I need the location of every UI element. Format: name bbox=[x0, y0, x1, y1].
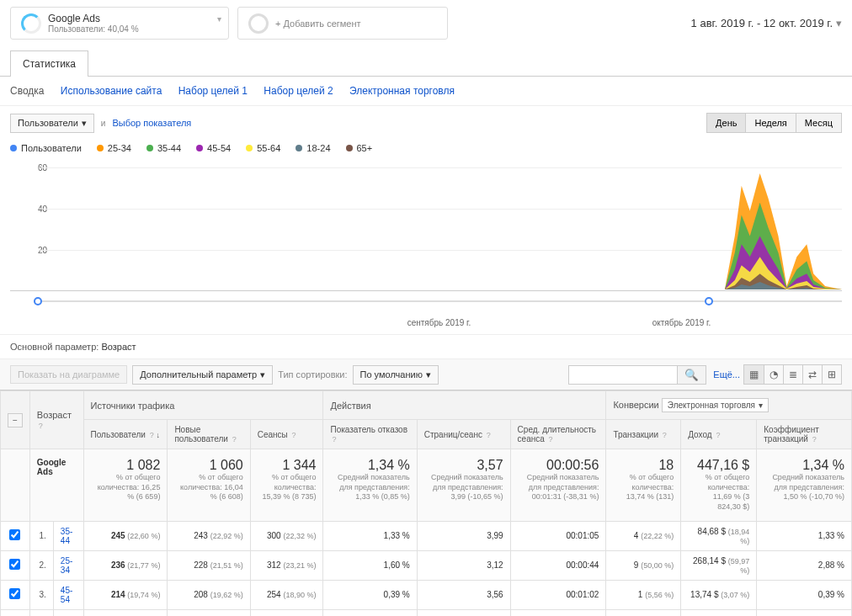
age-link[interactable]: 35-44 bbox=[53, 521, 83, 550]
table-row: 1.35-44245 (22,60 %)243 (22,92 %)300 (22… bbox=[1, 521, 852, 550]
segment-subtitle: Пользователи: 40,04 % bbox=[48, 24, 139, 34]
table-row: 4.55-64209 (19,28 %)206 (19,43 %)258 (19… bbox=[1, 609, 852, 616]
date-range-picker[interactable]: 1 авг. 2019 г. - 12 окт. 2019 г. ▾ bbox=[691, 17, 842, 29]
dot-icon bbox=[97, 145, 104, 151]
slider-handle-right[interactable] bbox=[705, 297, 713, 305]
legend-item[interactable]: 55-64 bbox=[246, 143, 280, 153]
dot-icon bbox=[346, 145, 353, 151]
view-mode-icons: ▦ ◔ ≣ ⇄ ⊞ bbox=[743, 364, 842, 385]
conversion-type-dropdown[interactable]: Электронная торговля ▾ bbox=[662, 398, 769, 412]
pivot-view-icon[interactable]: ⊞ bbox=[823, 365, 841, 384]
legend-item[interactable]: 45-54 bbox=[196, 143, 231, 153]
segment-donut-icon bbox=[21, 13, 41, 34]
legend-item[interactable]: 25-34 bbox=[97, 143, 131, 153]
collapse-all-button[interactable]: − bbox=[8, 413, 23, 427]
sort-arrow-icon: ↓ bbox=[156, 431, 160, 439]
col-pages[interactable]: Страниц/сеанс ? bbox=[417, 420, 510, 449]
col-users[interactable]: Пользователи ? ↓ bbox=[83, 420, 168, 449]
time-granularity-toggle: День Неделя Месяц bbox=[707, 113, 842, 133]
dot-icon bbox=[296, 145, 302, 151]
col-bounce[interactable]: Показатель отказов ? bbox=[323, 420, 417, 449]
subnav-goals-2[interactable]: Набор целей 2 bbox=[264, 85, 333, 97]
show-on-chart-button: Показать на диаграмме bbox=[10, 365, 127, 384]
toggle-month[interactable]: Месяц bbox=[796, 113, 842, 133]
dot-icon bbox=[10, 145, 17, 151]
search-input[interactable] bbox=[568, 365, 678, 385]
primary-metric-dropdown[interactable]: Пользователи ▾ bbox=[10, 114, 94, 133]
col-revenue[interactable]: Доход ? bbox=[681, 420, 757, 449]
subnav: Сводка Использование сайта Набор целей 1… bbox=[0, 77, 852, 106]
legend-item[interactable]: 18-24 bbox=[296, 143, 330, 153]
row-checkbox[interactable] bbox=[9, 529, 20, 540]
date-range-label: 1 авг. 2019 г. - 12 окт. 2019 г. bbox=[691, 17, 833, 29]
secondary-dimension-dropdown[interactable]: Дополнительный параметр▾ bbox=[132, 365, 273, 385]
summary-row: Google Ads 1 082% от общего количества: … bbox=[1, 449, 852, 522]
segment-google-ads[interactable]: Google Ads Пользователи: 40,04 % ▾ bbox=[10, 7, 229, 40]
age-link[interactable]: 25-34 bbox=[53, 550, 83, 580]
table-view-icon[interactable]: ▦ bbox=[744, 365, 764, 384]
col-sessions[interactable]: Сеансы ? bbox=[250, 420, 323, 449]
age-link[interactable]: 55-64 bbox=[53, 609, 83, 616]
x-label: октябрь 2019 г. bbox=[652, 318, 711, 327]
subnav-ecommerce[interactable]: Электронная торговля bbox=[349, 85, 455, 97]
choose-metric-link[interactable]: Выбор показателя bbox=[112, 118, 191, 128]
chevron-down-icon: ▾ bbox=[217, 14, 221, 24]
subnav-site-usage[interactable]: Использование сайта bbox=[61, 85, 162, 97]
more-link[interactable]: Ещё... bbox=[713, 369, 740, 380]
legend-item[interactable]: Пользователи bbox=[10, 143, 82, 153]
search-box: 🔍 bbox=[568, 365, 706, 385]
empty-circle-icon bbox=[248, 13, 269, 34]
dot-icon bbox=[246, 145, 253, 151]
bar-view-icon[interactable]: ≣ bbox=[784, 365, 803, 384]
data-table: − Возраст ? Источники трафика Действия К… bbox=[0, 390, 852, 616]
tab-statistics[interactable]: Статистика bbox=[10, 50, 88, 77]
subnav-goals-1[interactable]: Набор целей 1 bbox=[178, 85, 248, 97]
pie-view-icon[interactable]: ◔ bbox=[764, 365, 784, 384]
row-index: 3. bbox=[29, 580, 53, 609]
chart-svg bbox=[39, 157, 842, 290]
row-index: 2. bbox=[29, 550, 53, 580]
row-checkbox[interactable] bbox=[9, 588, 20, 599]
slider-handle-left[interactable] bbox=[34, 297, 42, 305]
col-age[interactable]: Возраст bbox=[37, 410, 72, 420]
summary-segment-label: Google Ads bbox=[37, 458, 66, 476]
chart-legend: Пользователи 25-34 35-44 45-54 55-64 18-… bbox=[0, 140, 852, 157]
comparison-view-icon[interactable]: ⇄ bbox=[803, 365, 823, 384]
sort-type-label: Тип сортировки: bbox=[278, 369, 347, 380]
sort-type-dropdown[interactable]: По умолчанию▾ bbox=[353, 365, 439, 385]
chart-range-slider[interactable] bbox=[34, 295, 842, 308]
chevron-down-icon: ▾ bbox=[836, 17, 842, 29]
row-index: 1. bbox=[29, 521, 53, 550]
x-label: сентябрь 2019 г. bbox=[407, 318, 471, 327]
col-new-users[interactable]: Новые пользователи ? bbox=[168, 420, 250, 449]
age-link[interactable]: 45-54 bbox=[53, 580, 83, 609]
help-icon[interactable]: ? bbox=[39, 422, 43, 430]
primary-dimension-value: Возраст bbox=[101, 342, 136, 352]
segment-title: Google Ads bbox=[48, 13, 139, 24]
table-row: 3.45-54214 (19,74 %)208 (19,62 %)254 (18… bbox=[1, 580, 852, 609]
legend-item[interactable]: 65+ bbox=[346, 143, 373, 153]
search-button[interactable]: 🔍 bbox=[678, 365, 706, 385]
group-traffic: Источники трафика bbox=[83, 391, 323, 420]
primary-dimension-label: Основной параметр: bbox=[10, 342, 99, 352]
col-transactions[interactable]: Транзакции ? bbox=[606, 420, 681, 449]
chevron-down-icon: ▾ bbox=[426, 369, 431, 380]
toggle-week[interactable]: Неделя bbox=[745, 113, 796, 133]
table-row: 2.25-34236 (21,77 %)228 (21,51 %)312 (23… bbox=[1, 550, 852, 580]
row-checkbox[interactable] bbox=[9, 559, 20, 570]
add-segment-label: + Добавить сегмент bbox=[275, 19, 361, 29]
row-index: 4. bbox=[29, 609, 53, 616]
add-segment-button[interactable]: + Добавить сегмент bbox=[237, 7, 448, 40]
chevron-down-icon: ▾ bbox=[260, 369, 265, 380]
group-actions: Действия bbox=[323, 391, 606, 420]
chart-area: 60 40 20 bbox=[10, 157, 842, 291]
toggle-day[interactable]: День bbox=[706, 113, 746, 133]
chevron-down-icon: ▾ bbox=[82, 118, 87, 129]
subnav-summary[interactable]: Сводка bbox=[10, 85, 45, 97]
legend-item[interactable]: 35-44 bbox=[146, 143, 181, 153]
col-duration[interactable]: Сред. длительность сеанса ? bbox=[510, 420, 606, 449]
metric-label: Пользователи bbox=[18, 118, 78, 128]
col-conv-rate[interactable]: Коэффициент транзакций ? bbox=[757, 420, 852, 449]
dot-icon bbox=[146, 145, 153, 151]
chevron-down-icon: ▾ bbox=[759, 401, 763, 410]
